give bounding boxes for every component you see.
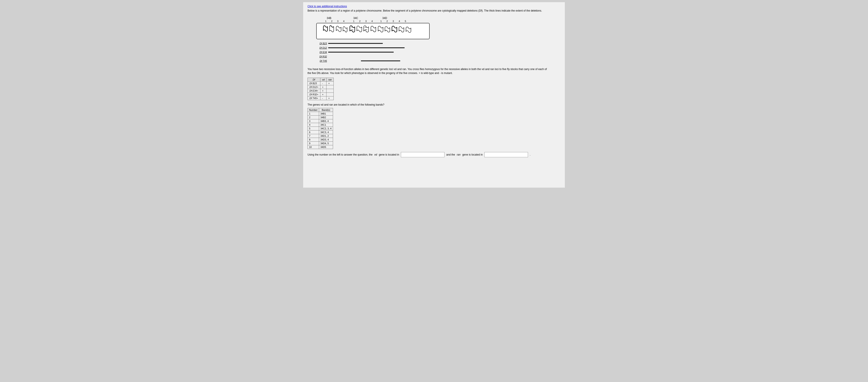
answer-cell-0: 2: [308, 116, 319, 119]
answer-header-bands: Band(s): [319, 108, 333, 112]
answer-cell-0: 6: [308, 130, 319, 134]
paragraph-text: You have two recessive loss-of-function …: [308, 67, 548, 75]
answer-table-row: 534C2, 3, 4: [308, 127, 333, 130]
svg-rect-0: [319, 23, 427, 39]
d-num-4: 4: [396, 20, 402, 23]
deletion-section: Df B23 Df D12 Df E34 Df R32 Df T45: [316, 41, 560, 63]
deletion-label-D12: Df D12: [316, 47, 328, 49]
results-table-row: Df T45+-+: [308, 96, 334, 100]
answer-cell-0: 8: [308, 138, 319, 142]
results-header-df: Df: [308, 78, 320, 82]
answer-table-row: 834D3, 4: [308, 138, 333, 142]
answer-cell-1: 34B1: [319, 112, 333, 116]
question-text: The genes vd and ran are located in whic…: [308, 103, 560, 106]
results-table-row: Df E34++: [308, 89, 334, 93]
page-container: Click to see additional instructions Bel…: [303, 2, 565, 187]
results-cell-2: +: [327, 82, 334, 85]
deletion-row-T45: Df T45: [316, 59, 560, 63]
answer-cell-1: 34B2: [319, 116, 333, 119]
results-cell-1: -: [320, 82, 327, 85]
d-num-3: 3: [390, 20, 396, 23]
d-num-1: 1: [378, 20, 384, 23]
answer-table: Number Band(s) 134B1234B2334B3, 4434C153…: [308, 108, 333, 149]
deletion-bar-T45: [361, 60, 400, 61]
answer-cell-1: 34C2, 3, 4: [319, 127, 333, 130]
deletion-label-T45: Df T45: [316, 60, 328, 62]
b-num-2: 2: [329, 20, 335, 23]
results-cell-0: Df E34+: [308, 89, 320, 93]
results-cell-2: +: [327, 96, 334, 100]
answer-cell-1: 34C1: [319, 123, 333, 127]
results-cell-1: +: [320, 89, 327, 93]
deletion-label-E34: Df E34: [316, 51, 328, 54]
results-table: Df vd ran Df B23-+Df D12++Df E34++Df R32…: [308, 78, 334, 100]
answer-cell-1: 34C3, 4: [319, 130, 333, 134]
results-cell-0: Df T45+: [308, 96, 320, 100]
d-num-2: 2: [384, 20, 390, 23]
answer-cell-1: 34D3, 4: [319, 138, 333, 142]
results-cell-0: Df R32+: [308, 93, 320, 96]
results-cell-1: -: [320, 96, 327, 100]
answer-table-row: 334B3, 4: [308, 119, 333, 123]
final-answer-mid1: gene is located in: [379, 153, 399, 156]
answer-cell-1: 34B3, 4: [319, 119, 333, 123]
deletion-row-E34: Df E34: [316, 50, 560, 54]
results-cell-1: +: [320, 93, 327, 96]
final-answer-and: and the: [446, 153, 455, 156]
deletion-label-R32: Df R32: [316, 55, 328, 58]
answer-table-row: 634C3, 4: [308, 130, 333, 134]
deletion-row-B23: Df B23: [316, 41, 560, 46]
chromosome-svg: [317, 23, 429, 39]
answer-table-row: 734D1, 2: [308, 134, 333, 138]
band-C-numbers: 1 2 3 4: [351, 20, 376, 23]
vd-answer-input[interactable]: [401, 152, 444, 157]
c-num-4: 4: [369, 20, 375, 23]
results-cell-2: [327, 93, 334, 96]
b-num-3: 3: [335, 20, 341, 23]
b-num-1: 1: [323, 20, 329, 23]
results-cell-1: +: [320, 85, 327, 89]
deletion-bar-D12: [328, 47, 405, 48]
vd-gene-label: vd: [374, 153, 377, 156]
final-answer-mid2: gene is located in: [462, 153, 483, 156]
deletion-bar-E34: [328, 52, 394, 53]
results-table-row: Df D12++: [308, 85, 334, 89]
b-num-4: 4: [341, 20, 347, 23]
answer-header-number: Number: [308, 108, 319, 112]
band-B-label: 34B: [327, 17, 347, 20]
answer-table-row: 134B1: [308, 112, 333, 116]
answer-cell-1: 34D4, 5: [319, 142, 333, 145]
answer-table-row: 934D4, 5: [308, 142, 333, 145]
chromosome-drawing: [316, 23, 430, 39]
deletion-bar-B23: [328, 43, 383, 44]
c-num-3: 3: [363, 20, 369, 23]
ran-answer-input[interactable]: [485, 152, 528, 157]
results-cell-2: [327, 85, 334, 89]
chromosome-section: 34B 1 2 3 4 34C 1 2 3 4 34: [314, 17, 560, 63]
results-header-ran: ran: [327, 78, 334, 82]
answer-table-row: 434C1: [308, 123, 333, 127]
instructions-link[interactable]: Click to see additional instructions: [308, 5, 560, 8]
band-D-numbers: 1 2 3 4 5: [378, 20, 408, 23]
answer-cell-0: 3: [308, 119, 319, 123]
answer-cell-1: 34D1, 2: [319, 134, 333, 138]
results-table-row: Df B23-+: [308, 82, 334, 85]
band-B-group: 34B 1 2 3 4: [323, 17, 347, 23]
final-answer-suffix: .: [530, 153, 530, 156]
answer-cell-0: 1: [308, 112, 319, 116]
description-text: Below is a representation of a region of…: [308, 9, 560, 13]
d-num-5: 5: [402, 20, 408, 23]
deletion-row-R32: Df R32: [316, 55, 560, 58]
band-C-label: 34C: [353, 17, 376, 20]
final-answer-row: Using the number on the left to answer t…: [308, 152, 560, 157]
band-D-label: 34D: [382, 17, 408, 20]
deletion-label-B23: Df B23: [316, 42, 328, 45]
answer-cell-0: 10: [308, 145, 319, 149]
answer-table-row: 1034D5: [308, 145, 333, 149]
band-labels-row: 34B 1 2 3 4 34C 1 2 3 4 34: [316, 17, 560, 23]
band-C-group: 34C 1 2 3 4: [351, 17, 376, 23]
answer-cell-0: 5: [308, 127, 319, 130]
answer-cell-0: 9: [308, 142, 319, 145]
ran-gene-label: ran: [457, 153, 460, 156]
c-num-1: 1: [351, 20, 357, 23]
